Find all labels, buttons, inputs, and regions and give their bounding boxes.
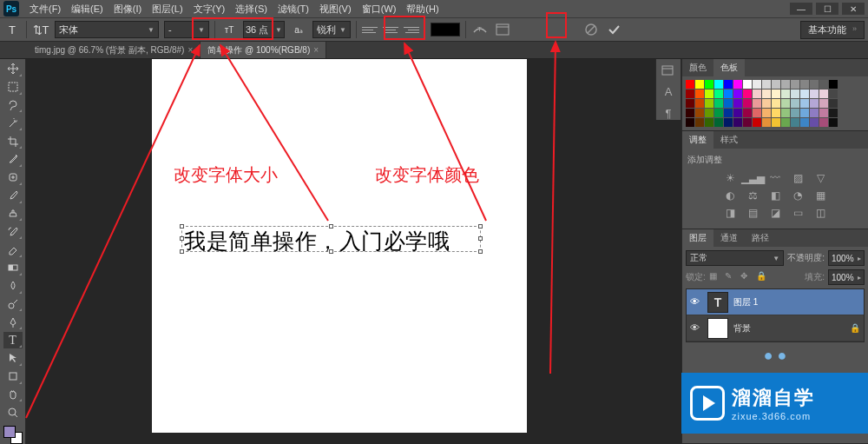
color-swatch[interactable] (724, 99, 733, 108)
color-swatch[interactable] (819, 89, 828, 98)
minimize-button[interactable]: — (790, 3, 812, 15)
color-swatch[interactable] (800, 99, 809, 108)
color-swatch[interactable] (724, 109, 733, 117)
mixer-icon[interactable]: ▦ (812, 189, 828, 202)
align-center-button[interactable] (383, 22, 398, 37)
color-swatch[interactable] (733, 109, 742, 117)
font-family-select[interactable]: 宋体 ▼ (55, 21, 159, 38)
visibility-toggle[interactable]: 👁 (690, 322, 702, 335)
color-swatch[interactable] (705, 118, 713, 127)
color-swatch[interactable] (686, 89, 694, 98)
blend-mode-select[interactable]: 正常 ▼ (686, 250, 784, 266)
layer-row[interactable]: 👁 背景 🔒 (687, 315, 864, 341)
color-swatch[interactable] (733, 99, 742, 108)
maximize-button[interactable]: ☐ (816, 3, 838, 15)
color-swatch[interactable] (733, 118, 742, 127)
color-swatch[interactable] (714, 99, 723, 108)
color-swatch[interactable] (733, 89, 742, 98)
tab-document-1[interactable]: timg.jpg @ 66.7% (背景 副本, RGB/8#) × (28, 42, 201, 58)
lock-pixels-icon[interactable]: ✎ (725, 271, 737, 283)
color-swatch[interactable] (762, 80, 771, 89)
color-swatch[interactable] (791, 80, 799, 89)
hue-icon[interactable]: ◐ (722, 189, 738, 202)
tab-adjustments[interactable]: 调整 (682, 131, 713, 149)
color-swatch[interactable] (714, 80, 723, 89)
fill-input[interactable]: 100% ▸ (828, 269, 865, 285)
path-selection-tool[interactable] (3, 350, 23, 367)
move-tool[interactable] (3, 61, 23, 77)
tab-paths[interactable]: 路径 (745, 229, 776, 247)
color-swatch[interactable] (714, 118, 723, 127)
color-swatch[interactable] (724, 118, 733, 127)
color-swatch[interactable] (800, 89, 809, 98)
lasso-tool[interactable] (3, 97, 23, 114)
crop-tool[interactable] (3, 133, 23, 149)
color-swatch[interactable] (695, 80, 704, 89)
swatch-grid[interactable] (686, 80, 865, 127)
color-swatch[interactable] (753, 89, 761, 98)
color-swatch[interactable] (781, 109, 790, 117)
curves-icon[interactable]: 〰 (767, 171, 783, 185)
color-swatch[interactable] (705, 99, 713, 108)
text-bounding-box[interactable]: 我是简单操作，入门必学哦 (181, 226, 481, 252)
color-swatch[interactable] (753, 80, 761, 89)
magic-wand-tool[interactable] (3, 115, 23, 131)
menu-layer[interactable]: 图层(L) (147, 3, 187, 16)
zoom-tool[interactable] (3, 404, 23, 421)
color-swatch[interactable] (762, 99, 771, 108)
close-button[interactable]: ✕ (842, 3, 865, 15)
color-swatch[interactable] (743, 80, 752, 89)
color-swatch[interactable] (781, 89, 790, 98)
visibility-toggle[interactable]: 👁 (690, 296, 702, 308)
menu-filter[interactable]: 滤镜(T) (273, 3, 314, 16)
color-swatch[interactable] (781, 80, 790, 89)
color-swatch[interactable] (686, 118, 694, 127)
healing-brush-tool[interactable] (3, 169, 23, 186)
color-swatch[interactable] (791, 109, 799, 117)
color-swatch[interactable] (714, 89, 723, 98)
color-swatch[interactable] (743, 118, 752, 127)
color-swatch[interactable] (705, 80, 713, 89)
color-swatch[interactable] (695, 89, 704, 98)
canvas-area[interactable]: 我是简单操作，入门必学哦 (26, 59, 681, 444)
color-swatch[interactable] (772, 118, 780, 127)
color-swatch[interactable] (724, 80, 733, 89)
dodge-tool[interactable] (3, 296, 23, 313)
color-swatch[interactable] (810, 89, 819, 98)
align-right-button[interactable] (404, 22, 419, 37)
tab-styles[interactable]: 样式 (713, 131, 745, 149)
tab-channels[interactable]: 通道 (713, 229, 745, 247)
type-tool[interactable]: T (3, 332, 23, 348)
orientation-toggle[interactable]: ⇅T (32, 21, 49, 38)
history-panel-icon[interactable] (661, 64, 676, 76)
hand-tool[interactable] (3, 387, 23, 403)
color-swatch[interactable] (705, 109, 713, 117)
color-swatch[interactable] (686, 99, 694, 108)
selective-icon[interactable]: ◫ (812, 206, 828, 220)
gradient-tool[interactable] (3, 260, 23, 276)
menu-view[interactable]: 视图(V) (314, 3, 357, 16)
color-swatch[interactable] (743, 99, 752, 108)
tab-color[interactable]: 颜色 (682, 59, 713, 76)
menu-type[interactable]: 文字(Y) (188, 3, 231, 16)
layer-row[interactable]: 👁 T 图层 1 (687, 289, 864, 315)
menu-select[interactable]: 选择(S) (230, 3, 273, 16)
document-canvas[interactable]: 我是简单操作，入门必学哦 (152, 59, 527, 433)
brush-tool[interactable] (3, 188, 23, 204)
posterize-icon[interactable]: ▤ (745, 206, 760, 220)
color-swatch[interactable] (753, 118, 761, 127)
pen-tool[interactable] (3, 314, 23, 330)
marquee-tool[interactable] (3, 79, 23, 96)
levels-icon[interactable]: ▁▃▅ (745, 171, 760, 185)
color-swatch[interactable] (800, 80, 809, 89)
balance-icon[interactable]: ⚖ (745, 189, 760, 202)
eyedropper-tool[interactable] (3, 151, 23, 168)
color-swatch[interactable] (829, 109, 838, 117)
menu-window[interactable]: 窗口(W) (357, 3, 402, 16)
foreground-color-swatch[interactable] (3, 426, 16, 438)
color-swatch[interactable] (772, 99, 780, 108)
menu-help[interactable]: 帮助(H) (401, 3, 444, 16)
color-swatch[interactable] (829, 99, 838, 108)
color-swatch[interactable] (791, 99, 799, 108)
exposure-icon[interactable]: ▨ (790, 171, 806, 185)
